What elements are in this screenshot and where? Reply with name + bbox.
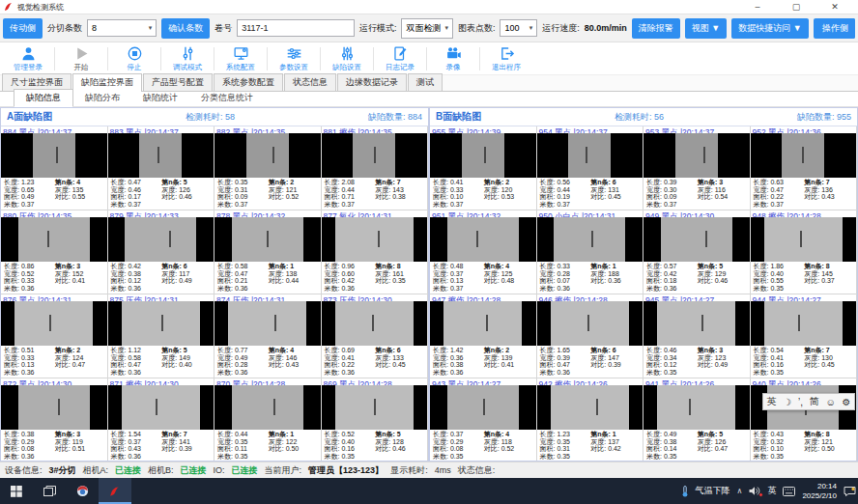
defect-thumbnail[interactable]: [644, 301, 750, 346]
defect-cell[interactable]: 943 黑点 |20:14:27 长度: 0.37 宽度: 0.29 面积: 0…: [430, 378, 537, 461]
taskbar-app-inspection[interactable]: [99, 478, 131, 504]
defect-thumbnail[interactable]: [214, 301, 321, 346]
defect-cell[interactable]: 952 黑点 |20:14:36 长度: 0.63 宽度: 0.47 面积: 0…: [751, 126, 858, 210]
defect-cell[interactable]: 951 黑点 |20:14:32 长度: 0.48 宽度: 0.37 面积: 0…: [430, 210, 537, 294]
action-button[interactable]: 缺陷设置: [321, 45, 373, 72]
defect-thumbnail[interactable]: [430, 217, 536, 262]
defect-thumbnail[interactable]: [537, 217, 644, 262]
defect-thumbnail[interactable]: [322, 133, 428, 178]
defect-thumbnail[interactable]: [537, 301, 644, 346]
defect-thumbnail[interactable]: [537, 133, 644, 178]
ime-emoji-icon[interactable]: ☺: [826, 397, 836, 407]
task-view-button[interactable]: [33, 478, 66, 504]
defect-cell[interactable]: 941 黑点 |20:14:26 长度: 0.49 宽度: 0.38 面积: 0…: [644, 378, 751, 461]
action-button[interactable]: 退出程序: [480, 45, 532, 72]
defect-cell[interactable]: 954 黑点 |20:14:37 长度: 0.56 宽度: 0.44 面积: 0…: [537, 126, 644, 210]
defect-cell[interactable]: 953 黑点 |20:14:37 长度: 0.39 宽度: 0.30 面积: 0…: [644, 126, 751, 210]
defect-cell[interactable]: 950 小白点 |20:14:31 长度: 0.33 宽度: 0.28 面积: …: [537, 210, 644, 294]
defect-thumbnail[interactable]: [1, 217, 107, 262]
defect-thumbnail[interactable]: [644, 133, 750, 178]
defect-cell[interactable]: 881 擦伤 |20:14:35 长度: 2.08 宽度: 0.44 面积: 0…: [322, 126, 429, 210]
confirm-count-button[interactable]: 确认条数: [161, 18, 210, 39]
action-button[interactable]: 停止: [108, 45, 160, 72]
tab-3[interactable]: 系统参数配置: [214, 73, 283, 91]
defect-cell[interactable]: 949 黑点 |20:14:30 长度: 0.57 宽度: 0.42 面积: 0…: [644, 210, 751, 294]
defect-cell[interactable]: 879 黑点 |20:14:33 长度: 0.42 宽度: 0.38 面积: 0…: [108, 210, 215, 294]
ime-lang-english[interactable]: 英: [766, 395, 776, 408]
defect-cell[interactable]: 884 黑点 |20:14:37 长度: 1.23 宽度: 0.65 面积: 0…: [1, 126, 108, 210]
action-button[interactable]: 录像: [427, 45, 479, 72]
action-button[interactable]: 系统配置: [214, 45, 267, 72]
defect-cell[interactable]: 872 黑点 |20:14:30 长度: 0.38 宽度: 0.29 面积: 0…: [1, 378, 108, 461]
defect-cell[interactable]: 871 擦伤 |20:14:30 长度: 1.54 宽度: 0.37 面积: 0…: [108, 378, 215, 461]
defect-thumbnail[interactable]: [751, 133, 857, 178]
clock[interactable]: 20:14 2025/2/10: [802, 482, 837, 500]
defect-cell[interactable]: 948 擦伤 |20:14:28 长度: 1.86 宽度: 0.40 面积: 0…: [751, 210, 858, 294]
defect-thumbnail[interactable]: [214, 133, 321, 178]
tab-4[interactable]: 状态信息: [284, 73, 336, 91]
defect-thumbnail[interactable]: [322, 385, 428, 430]
view-menu-button[interactable]: 视图 ▼: [685, 18, 727, 39]
data-quick-access-button[interactable]: 数据快捷访问 ▼: [731, 18, 808, 39]
roll-number-input[interactable]: 3117-1: [237, 19, 355, 37]
volume-icon[interactable]: [749, 486, 760, 496]
ime-language-indicator[interactable]: 英: [767, 485, 776, 497]
run-mode-select[interactable]: 双面检测▾: [401, 18, 453, 39]
clear-alarm-button[interactable]: 清除报警: [632, 18, 680, 39]
subtab-0[interactable]: 缺陷信息: [14, 89, 73, 107]
defect-cell[interactable]: 882 黑点 |20:14:35 长度: 0.35 宽度: 0.31 面积: 0…: [214, 126, 322, 210]
touch-keyboard-icon[interactable]: [783, 487, 795, 496]
action-button[interactable]: 参数设置: [268, 45, 320, 72]
defect-thumbnail[interactable]: [751, 301, 857, 346]
action-center-icon[interactable]: [844, 486, 856, 497]
defect-thumbnail[interactable]: [430, 301, 536, 346]
defect-cell[interactable]: 947 擦伤 |20:14:28 长度: 1.42 宽度: 0.36 面积: 0…: [430, 294, 537, 378]
chart-points-select[interactable]: 100▾: [500, 19, 537, 37]
defect-cell[interactable]: 942 擦伤 |20:14:26 长度: 1.23 宽度: 0.35 面积: 0…: [537, 378, 644, 461]
defect-thumbnail[interactable]: [322, 217, 428, 262]
slit-count-select[interactable]: 8▾: [87, 19, 157, 37]
start-button[interactable]: [0, 478, 33, 504]
defect-thumbnail[interactable]: [1, 385, 107, 430]
action-button[interactable]: 管理登录: [2, 45, 54, 72]
subtab-3[interactable]: 分类信息统计: [189, 90, 265, 106]
subtab-2[interactable]: 缺陷统计: [131, 90, 189, 106]
defect-cell[interactable]: 883 黑点 |20:14:37 长度: 0.47 宽度: 0.46 面积: 0…: [108, 126, 215, 210]
weather-text[interactable]: 气温下降: [696, 485, 730, 497]
taskbar-app-browser[interactable]: [66, 478, 99, 504]
tab-1[interactable]: 缺陷监控界面: [72, 73, 142, 92]
defect-thumbnail[interactable]: [430, 133, 536, 178]
defect-cell[interactable]: 876 黑点 |20:14:31 长度: 0.51 宽度: 0.33 面积: 0…: [1, 294, 108, 378]
defect-cell[interactable]: 873 压伤 |20:14:30 长度: 0.69 宽度: 0.41 面积: 0…: [322, 294, 429, 378]
defect-thumbnail[interactable]: [644, 217, 750, 262]
defect-cell[interactable]: 877 氧化 |20:14:31 长度: 0.96 宽度: 0.60 面积: 0…: [322, 210, 429, 294]
defect-thumbnail[interactable]: [322, 301, 428, 346]
ime-settings-gear-icon[interactable]: ⚙: [843, 397, 851, 407]
defect-cell[interactable]: 880 压伤 |20:14:35 长度: 0.86 宽度: 0.52 面积: 0…: [1, 210, 108, 294]
defect-thumbnail[interactable]: [1, 301, 107, 346]
defect-thumbnail[interactable]: [537, 385, 644, 430]
tab-6[interactable]: 测试: [408, 73, 443, 91]
tab-5[interactable]: 边缘数据记录: [337, 73, 407, 91]
tab-2[interactable]: 产品型号配置: [143, 73, 213, 91]
defect-thumbnail[interactable]: [214, 385, 321, 430]
maximize-button[interactable]: ▢: [777, 0, 815, 14]
defect-cell[interactable]: 878 黑点 |20:14:32 长度: 0.58 宽度: 0.47 面积: 0…: [214, 210, 322, 294]
defect-thumbnail[interactable]: [108, 301, 214, 346]
defect-thumbnail[interactable]: [430, 385, 536, 430]
defect-cell[interactable]: 940 黑点 |20:14:26 长度: 0.43 宽度: 0.32 面积: 0…: [751, 378, 858, 461]
defect-cell[interactable]: 946 擦伤 |20:14:28 长度: 1.65 宽度: 0.39 面积: 0…: [537, 294, 644, 378]
defect-cell[interactable]: 945 黑点 |20:14:27 长度: 0.46 宽度: 0.34 面积: 0…: [644, 294, 751, 378]
defect-cell[interactable]: 944 黑点 |20:14:27 长度: 0.54 宽度: 0.41 面积: 0…: [751, 294, 858, 378]
defect-cell[interactable]: 955 黑点 |20:14:39 长度: 0.41 宽度: 0.33 面积: 0…: [430, 126, 537, 210]
defect-cell[interactable]: 874 压伤 |20:14:31 长度: 0.77 宽度: 0.49 面积: 0…: [214, 294, 322, 378]
operator-side-button[interactable]: 操作侧: [815, 18, 855, 39]
ime-fullhalf-moon-icon[interactable]: ☽: [783, 397, 791, 407]
close-button[interactable]: ✕: [815, 0, 854, 14]
drive-side-button[interactable]: 传动侧: [3, 18, 43, 39]
tray-expand-chevron[interactable]: ∧: [737, 487, 743, 495]
minimize-button[interactable]: –: [738, 0, 777, 14]
action-button[interactable]: 日志记录: [374, 45, 426, 72]
defect-thumbnail[interactable]: [108, 385, 214, 430]
defect-thumbnail[interactable]: [644, 385, 750, 430]
